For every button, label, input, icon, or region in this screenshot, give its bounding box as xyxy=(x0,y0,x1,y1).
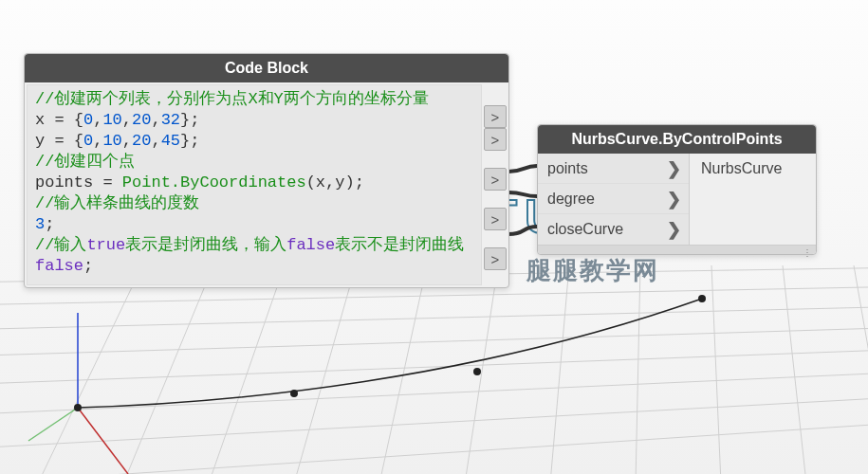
output-nurbscurve[interactable]: NurbsCurve xyxy=(690,154,816,184)
output-port-close[interactable]: > xyxy=(484,247,507,270)
input-points[interactable]: points ❯ xyxy=(538,154,689,184)
node-footer: ⋮ xyxy=(538,245,816,254)
output-port-y[interactable]: > xyxy=(484,128,507,151)
nurbs-curve-node[interactable]: NurbsCurve.ByControlPoints points ❯ degr… xyxy=(537,124,817,255)
chevron-right-icon: ❯ xyxy=(667,189,681,210)
output-port-x[interactable]: > xyxy=(484,105,507,128)
output-port-points[interactable]: > xyxy=(484,168,507,191)
code-editor[interactable]: //创建两个列表，分别作为点X和Y两个方向的坐标分量 x = {0,10,20,… xyxy=(27,84,482,285)
nurbs-outputs: NurbsCurve xyxy=(690,154,816,245)
code-block-title: Code Block xyxy=(25,54,508,82)
code-block-node[interactable]: Code Block //创建两个列表，分别作为点X和Y两个方向的坐标分量 x … xyxy=(24,53,509,288)
chevron-right-icon: ❯ xyxy=(667,158,681,179)
output-port-column: > > > > > xyxy=(484,82,508,287)
input-degree[interactable]: degree ❯ xyxy=(538,184,689,214)
output-port-degree[interactable]: > xyxy=(484,208,507,230)
resize-grip-icon[interactable]: ⋮ xyxy=(803,247,810,258)
chevron-right-icon: ❯ xyxy=(667,219,681,240)
input-close-curve[interactable]: closeCurve ❯ xyxy=(538,214,689,245)
nurbs-inputs: points ❯ degree ❯ closeCurve ❯ xyxy=(538,154,690,245)
nurbs-node-title: NurbsCurve.ByControlPoints xyxy=(538,125,816,154)
